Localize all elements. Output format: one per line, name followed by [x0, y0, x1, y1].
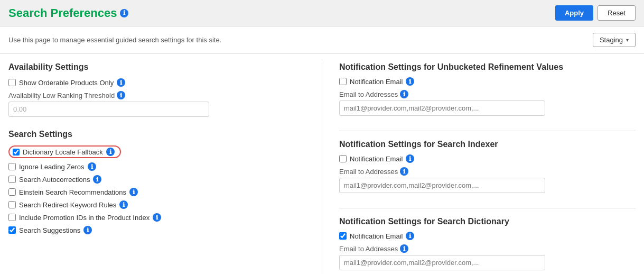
search-redirect-row: Search Redirect Keyword Rules ℹ	[8, 200, 305, 209]
page-title-info-icon[interactable]: ℹ	[120, 9, 128, 17]
notification-unbucketed-email-label: Notification Email	[350, 78, 403, 86]
staging-dropdown[interactable]: Staging ▾	[593, 33, 636, 47]
search-autocorrections-label: Search Autocorrections	[19, 176, 90, 184]
subheader: Use this page to manage essential guided…	[0, 26, 644, 54]
page-title: Search Preferences	[8, 6, 117, 20]
search-suggestions-label: Search Suggestions	[19, 226, 80, 234]
dictionary-email-to-info-icon[interactable]: ℹ	[400, 244, 408, 253]
page-header: Search Preferences ℹ Apply Reset	[0, 0, 644, 26]
ignore-leading-zeros-row: Ignore Leading Zeros ℹ	[8, 162, 305, 171]
search-settings-title: Search Settings	[8, 130, 305, 139]
right-panel: Notification Settings for Unbucketed Ref…	[322, 62, 636, 274]
search-autocorrections-checkbox[interactable]	[8, 176, 16, 183]
divider-1	[339, 131, 636, 131]
availability-threshold-info-icon[interactable]: ℹ	[117, 91, 125, 99]
search-suggestions-info-icon[interactable]: ℹ	[83, 226, 92, 234]
notification-indexer-email-label: Notification Email	[350, 155, 403, 163]
header-buttons: Apply Reset	[555, 5, 636, 21]
show-orderable-label: Show Orderable Products Only	[19, 79, 114, 87]
unbucketed-email-to-info-icon[interactable]: ℹ	[400, 90, 408, 98]
reset-button[interactable]: Reset	[598, 5, 636, 21]
dictionary-locale-label: Dictionary Locale Fallback	[23, 148, 103, 156]
unbucketed-email-input[interactable]	[339, 101, 545, 116]
search-autocorrections-row: Search Autocorrections ℹ	[8, 175, 305, 184]
notification-indexer-section: Notification Settings for Search Indexer…	[339, 140, 636, 193]
notification-dictionary-email-label: Notification Email	[350, 232, 403, 240]
availability-threshold-label-row: Availability Low Ranking Threshold ℹ	[8, 91, 305, 99]
notification-dictionary-section: Notification Settings for Search Diction…	[339, 217, 636, 270]
search-redirect-info-icon[interactable]: ℹ	[119, 200, 128, 209]
notification-dictionary-email-row: Notification Email ℹ	[339, 232, 636, 240]
include-promotion-row: Include Promotion IDs in the Product Ind…	[8, 213, 305, 222]
dictionary-email-to-label: Email to Addresses	[339, 245, 398, 253]
chevron-down-icon: ▾	[626, 37, 629, 43]
apply-button[interactable]: Apply	[555, 5, 593, 21]
search-redirect-label: Search Redirect Keyword Rules	[19, 201, 116, 209]
notification-indexer-email-info-icon[interactable]: ℹ	[406, 154, 414, 163]
notification-indexer-email-checkbox[interactable]	[339, 155, 347, 162]
notification-unbucketed-email-checkbox[interactable]	[339, 78, 347, 85]
include-promotion-info-icon[interactable]: ℹ	[153, 213, 161, 222]
dictionary-locale-checkbox[interactable]	[13, 149, 20, 156]
availability-threshold-input[interactable]	[8, 102, 209, 117]
availability-threshold-label: Availability Low Ranking Threshold	[8, 92, 115, 99]
ignore-leading-zeros-label: Ignore Leading Zeros	[19, 163, 85, 171]
notification-indexer-title: Notification Settings for Search Indexer	[339, 140, 636, 149]
dictionary-locale-info-icon[interactable]: ℹ	[106, 148, 115, 156]
availability-settings-title: Availability Settings	[8, 62, 305, 72]
notification-indexer-email-row: Notification Email ℹ	[339, 154, 636, 163]
notification-dictionary-email-checkbox[interactable]	[339, 232, 347, 240]
notification-unbucketed-title: Notification Settings for Unbucketed Ref…	[339, 62, 636, 72]
notification-dictionary-email-info-icon[interactable]: ℹ	[406, 232, 414, 240]
show-orderable-checkbox[interactable]	[8, 79, 16, 86]
unbucketed-email-to-label: Email to Addresses	[339, 90, 398, 98]
unbucketed-email-to-label-row: Email to Addresses ℹ	[339, 90, 636, 98]
ignore-leading-zeros-checkbox[interactable]	[8, 163, 16, 170]
staging-label: Staging	[600, 36, 623, 44]
einstein-recommendations-label: Einstein Search Recommendations	[19, 188, 126, 196]
notification-dictionary-title: Notification Settings for Search Diction…	[339, 217, 636, 226]
header-left: Search Preferences ℹ	[8, 6, 128, 20]
search-redirect-checkbox[interactable]	[8, 201, 16, 208]
show-orderable-info-icon[interactable]: ℹ	[117, 78, 125, 87]
indexer-email-to-label-row: Email to Addresses ℹ	[339, 167, 636, 176]
dictionary-locale-row: Dictionary Locale Fallback ℹ	[8, 145, 305, 158]
indexer-email-input[interactable]	[339, 178, 545, 193]
include-promotion-label: Include Promotion IDs in the Product Ind…	[19, 214, 150, 222]
dictionary-email-to-label-row: Email to Addresses ℹ	[339, 244, 636, 253]
include-promotion-checkbox[interactable]	[8, 214, 16, 221]
dictionary-email-input[interactable]	[339, 255, 545, 270]
main-content: Availability Settings Show Orderable Pro…	[0, 54, 644, 274]
divider-2	[339, 208, 636, 208]
search-suggestions-checkbox[interactable]	[8, 226, 16, 234]
einstein-recommendations-row: Einstein Search Recommendations ℹ	[8, 188, 305, 196]
einstein-recommendations-info-icon[interactable]: ℹ	[129, 188, 138, 196]
show-orderable-row: Show Orderable Products Only ℹ	[8, 78, 305, 87]
einstein-recommendations-checkbox[interactable]	[8, 188, 16, 196]
ignore-leading-zeros-info-icon[interactable]: ℹ	[88, 162, 96, 171]
indexer-email-to-label: Email to Addresses	[339, 168, 398, 176]
search-autocorrections-info-icon[interactable]: ℹ	[93, 175, 101, 184]
indexer-email-to-info-icon[interactable]: ℹ	[400, 167, 408, 176]
left-panel: Availability Settings Show Orderable Pro…	[8, 62, 322, 274]
availability-settings-section: Availability Settings Show Orderable Pro…	[8, 62, 305, 117]
search-settings-section: Search Settings Dictionary Locale Fallba…	[8, 130, 305, 234]
notification-unbucketed-section: Notification Settings for Unbucketed Ref…	[339, 62, 636, 116]
search-suggestions-row: Search Suggestions ℹ	[8, 226, 305, 234]
notification-unbucketed-email-row: Notification Email ℹ	[339, 77, 636, 86]
notification-unbucketed-email-info-icon[interactable]: ℹ	[406, 77, 414, 86]
subheader-description: Use this page to manage essential guided…	[8, 36, 221, 44]
